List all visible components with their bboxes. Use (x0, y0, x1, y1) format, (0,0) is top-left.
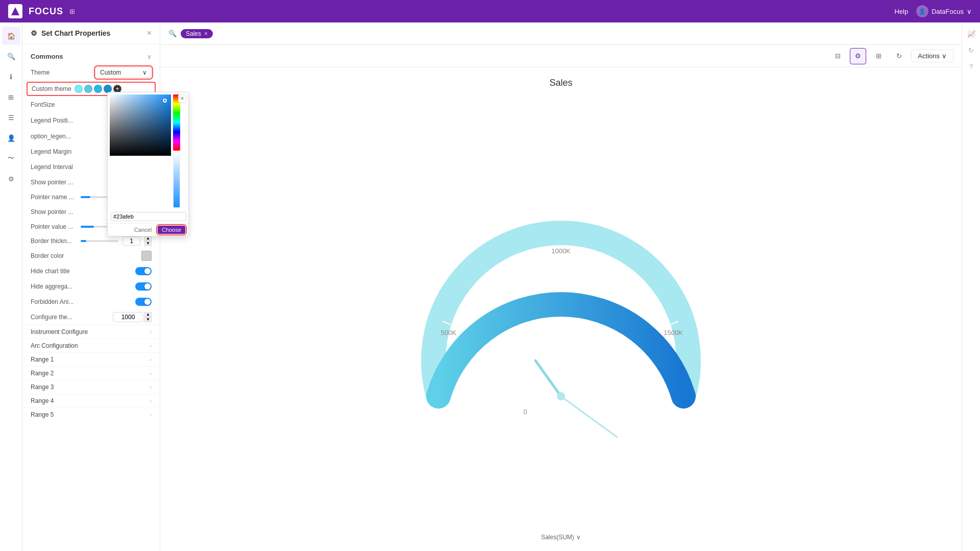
instrument-label: Instrument Configure (31, 328, 88, 336)
user-area[interactable]: 👤 DataFocus ∨ (916, 5, 972, 17)
color-picker-popup: × Cancel Choose (107, 92, 160, 236)
choose-button[interactable]: Choose (158, 226, 160, 234)
refresh-button[interactable]: ↻ (891, 48, 907, 64)
color-picker-top (108, 92, 160, 210)
settings-button[interactable]: ⚙ (850, 48, 866, 64)
actions-button[interactable]: Actions ∨ (911, 50, 953, 62)
commons-chevron: ∨ (147, 53, 152, 60)
chart-subtitle-text: Sales(SUM) (541, 534, 574, 541)
user-name: DataFocus (932, 8, 964, 15)
sidebar-item-home[interactable]: 🏠 (2, 27, 20, 45)
chart-subtitle-chevron: ∨ (576, 534, 581, 541)
range2-arrow: › (150, 370, 152, 376)
configure-input[interactable] (113, 312, 143, 322)
svg-line-5 (535, 361, 561, 396)
swatch-3[interactable] (94, 85, 102, 93)
sidebar-item-search[interactable]: 🔍 (2, 47, 20, 65)
forbidden-ani-label: Forbidden Ani... (31, 298, 135, 305)
table-view-button[interactable]: ⊞ (870, 48, 887, 64)
border-thick-stepper[interactable]: ▲ ▼ (144, 236, 152, 246)
app-name: FOCUS (29, 6, 63, 17)
svg-point-6 (557, 392, 565, 400)
actions-label: Actions (918, 52, 940, 60)
swatch-1[interactable] (75, 85, 83, 93)
theme-row: Theme Custom ∨ (22, 64, 160, 81)
right-sidebar: 📈 ↻ ? (962, 22, 980, 551)
sidebar-item-activity[interactable]: 〜 (2, 149, 20, 167)
panel-header: ⚙ Set Chart Properties × (22, 22, 160, 44)
gauge-chart: 1000K 500K 1500K 0 (398, 177, 724, 442)
range5-section[interactable]: Range 5 › (22, 408, 160, 421)
card-view-button[interactable]: ⊟ (829, 48, 846, 64)
topbar-right: Help 👤 DataFocus ∨ (894, 5, 972, 17)
hide-chart-title-toggle[interactable] (135, 267, 152, 275)
picker-actions: Cancel Choose (108, 223, 160, 236)
hide-aggrega-row: Hide aggrega... (22, 279, 160, 294)
arc-config-section[interactable]: Arc Configuration › (22, 339, 160, 352)
svg-text:500K: 500K (441, 329, 457, 337)
theme-label: Theme (31, 69, 95, 76)
chart-subtitle[interactable]: Sales(SUM) ∨ (541, 534, 581, 541)
hide-aggrega-toggle[interactable] (135, 282, 152, 291)
theme-select[interactable]: Custom ∨ (95, 67, 152, 78)
hex-input[interactable] (111, 212, 160, 221)
topbar: FOCUS ⊞ Help 👤 DataFocus ∨ (0, 0, 980, 22)
svg-text:1000K: 1000K (551, 247, 571, 255)
tag-label: Sales (186, 30, 201, 37)
sidebar-item-grid[interactable]: ⊞ (2, 88, 20, 106)
help-link[interactable]: Help (894, 8, 908, 15)
arc-label: Arc Configuration (31, 342, 78, 349)
svg-marker-0 (11, 7, 19, 15)
theme-value: Custom (100, 69, 121, 76)
range4-label: Range 4 (31, 397, 54, 404)
forbidden-ani-toggle[interactable] (135, 298, 152, 306)
sidebar-item-user[interactable]: 👤 (2, 129, 20, 147)
chart-container: Sales 1000K 500K 1500K 0 (160, 67, 962, 551)
icon-sidebar: 🏠 🔍 ℹ ⊞ ☰ 👤 〜 ⚙ (0, 22, 22, 551)
help-icon[interactable]: ? (964, 59, 978, 74)
svg-line-1 (560, 261, 562, 271)
border-thick-up[interactable]: ▲ (144, 236, 152, 241)
tag-close-button[interactable]: × (204, 30, 208, 37)
range4-arrow: › (150, 398, 152, 404)
hide-aggrega-label: Hide aggrega... (31, 283, 135, 290)
range3-section[interactable]: Range 3 › (22, 380, 160, 394)
border-thick-input[interactable] (122, 236, 140, 246)
border-thick-down[interactable]: ▼ (144, 241, 152, 246)
configure-row: Configure the... ▲ ▼ (22, 309, 160, 325)
instrument-configure-section[interactable]: Instrument Configure › (22, 325, 160, 339)
range2-label: Range 2 (31, 370, 54, 377)
refresh-icon[interactable]: ↻ (964, 43, 978, 57)
cancel-button[interactable]: Cancel (131, 226, 155, 234)
arc-arrow: › (150, 343, 152, 349)
color-gradient[interactable] (110, 94, 160, 156)
user-chevron: ∨ (967, 8, 972, 15)
range2-section[interactable]: Range 2 › (22, 366, 160, 380)
configure-stepper[interactable]: ▲ ▼ (144, 312, 152, 322)
section-commons[interactable]: Commons ∨ (22, 49, 160, 64)
hide-chart-title-row: Hide chart title (22, 263, 160, 279)
instrument-arrow: › (150, 329, 152, 335)
svg-text:0: 0 (523, 408, 527, 416)
sidebar-item-info[interactable]: ℹ (2, 67, 20, 86)
pointer-name-label: Pointer name ... (31, 194, 77, 201)
configure-up[interactable]: ▲ (144, 312, 152, 317)
border-thick-slider[interactable] (81, 240, 118, 242)
line-chart-icon[interactable]: 📈 (964, 27, 978, 41)
bookmark-icon[interactable]: ⊞ (69, 8, 75, 15)
configure-down[interactable]: ▼ (144, 317, 152, 322)
border-color-row: Border color (22, 248, 160, 263)
border-color-label: Border color (31, 252, 141, 259)
main-layout: 🏠 🔍 ℹ ⊞ ☰ 👤 〜 ⚙ ⚙ Set Chart Properties ×… (0, 22, 980, 551)
panel-close-button[interactable]: × (147, 29, 152, 38)
sidebar-item-settings[interactable]: ⚙ (2, 170, 20, 188)
range4-section[interactable]: Range 4 › (22, 394, 160, 408)
swatch-2[interactable] (84, 85, 92, 93)
properties-panel: ⚙ Set Chart Properties × Commons ∨ Theme… (22, 22, 160, 551)
fontsize-label: FontSize (31, 101, 118, 108)
border-thick-label: Border thickn... (31, 237, 77, 245)
range1-label: Range 1 (31, 356, 54, 363)
sidebar-item-layers[interactable]: ☰ (2, 108, 20, 127)
range1-section[interactable]: Range 1 › (22, 352, 160, 366)
border-color-swatch[interactable] (141, 251, 152, 261)
